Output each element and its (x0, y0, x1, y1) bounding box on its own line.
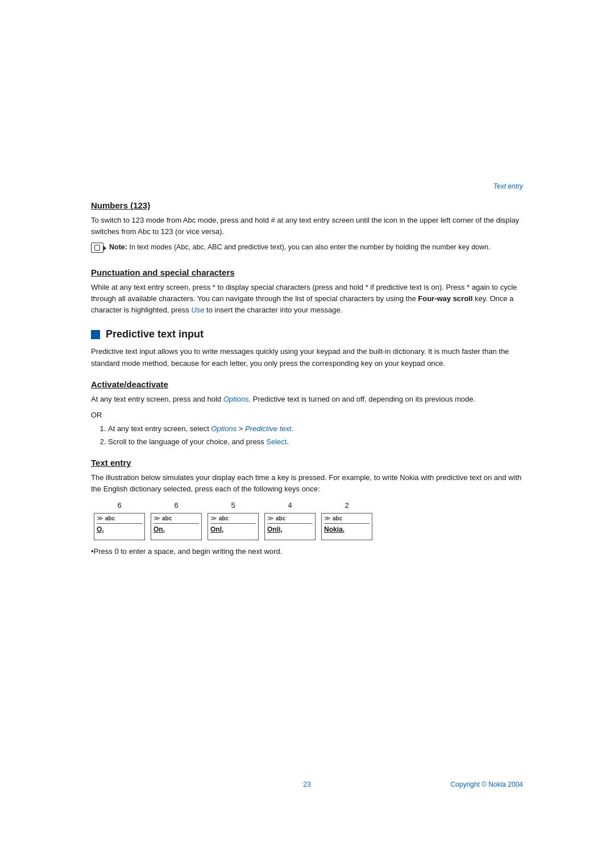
text-entry-body: The illustration below simulates your di… (91, 472, 523, 495)
activate-heading: Activate/deactivate (91, 379, 523, 389)
phone-display-1: ≫ abc O, (94, 513, 145, 540)
bullet-note: •Press 0 to enter a space, and begin wri… (91, 546, 523, 557)
phone-col-num-2: 6 (174, 501, 178, 510)
list-item-1-arrow: > (237, 424, 245, 433)
abc-label-2: abc (162, 515, 172, 521)
list-item-1-end: . (292, 424, 294, 433)
note-box: Note: In text modes (Abc, abc, ABC and p… (91, 242, 523, 257)
abc-label-4: abc (276, 515, 285, 521)
phone-col-num-4: 4 (288, 501, 292, 510)
list-item-1: At any text entry screen, select Options… (108, 423, 523, 435)
abc-label-1: abc (105, 515, 115, 521)
phone-display-top-3: ≫ abc (210, 515, 256, 524)
options-link-2[interactable]: Options (211, 424, 237, 433)
phone-col-1: 6 ≫ abc O, (91, 501, 148, 540)
page: Text entry Numbers (123) To switch to 12… (0, 0, 614, 868)
options-link-1[interactable]: Options (223, 395, 249, 403)
phone-display-5: ≫ abc Nokia, (321, 513, 372, 540)
use-link[interactable]: Use (191, 306, 204, 314)
four-way-scroll: Four-way scroll (418, 294, 472, 303)
section-label: Text entry (493, 182, 523, 190)
predictive-section: Predictive text input Predictive text in… (91, 328, 523, 369)
copyright: Copyright © Nokia 2004 (311, 781, 523, 788)
predictive-body: Predictive text input allows you to writ… (91, 346, 523, 369)
phone-display-4: ≫ abc Onli, (264, 513, 316, 540)
note-icon-inner (94, 245, 100, 251)
phone-display-top-5: ≫ abc (324, 515, 370, 524)
list-item-2-end: . (287, 437, 289, 446)
phone-display-2: ≫ abc On, (151, 513, 202, 540)
section-label-header: Text entry (91, 182, 523, 190)
text-entry-section: Text entry The illustration below simula… (91, 458, 523, 557)
text-entry-heading: Text entry (91, 458, 523, 468)
phone-col-2: 6 ≫ abc On, (148, 501, 205, 540)
punctuation-section: Punctuation and special characters While… (91, 268, 523, 316)
or-text: OR (91, 410, 523, 421)
note-icon (91, 243, 103, 253)
predictive-heading: Predictive text input (91, 328, 523, 340)
phone-col-4: 4 ≫ abc Onli, (262, 501, 318, 540)
activate-body-start: At any text entry screen, press and hold (91, 395, 223, 403)
signal-icon-1: ≫ (97, 515, 103, 522)
list-item-2-start: Scroll to the language of your choice, a… (108, 437, 266, 446)
signal-icon-3: ≫ (210, 515, 217, 522)
phone-display-top-1: ≫ abc (97, 515, 142, 524)
note-text: Note: In text modes (Abc, abc, ABC and p… (109, 242, 491, 253)
numbers-body: To switch to 123 mode from Abc mode, pre… (91, 215, 523, 237)
list-item-2: Scroll to the language of your choice, a… (108, 436, 523, 448)
punctuation-body-end: to insert the character into your messag… (204, 306, 342, 314)
predictive-text-link[interactable]: Predictive text (245, 424, 292, 433)
note-label: Note: (109, 243, 127, 251)
abc-label-5: abc (333, 515, 342, 521)
phone-display-top-2: ≫ abc (154, 515, 199, 524)
page-number: 23 (303, 781, 310, 788)
phone-display-word-5: Nokia, (324, 525, 370, 534)
content-area: Text entry Numbers (123) To switch to 12… (0, 0, 614, 681)
phone-display-word-4: Onli, (267, 525, 313, 534)
numbers-heading: Numbers (123) (91, 201, 523, 210)
activate-body: At any text entry screen, press and hold… (91, 394, 523, 405)
phone-display-word-2: On, (154, 525, 199, 534)
phone-col-num-5: 2 (345, 501, 349, 510)
activate-section: Activate/deactivate At any text entry sc… (91, 379, 523, 448)
select-link[interactable]: Select (266, 437, 287, 446)
phone-col-num-1: 6 (117, 501, 121, 510)
note-body: In text modes (Abc, abc, ABC and predict… (129, 243, 490, 251)
phone-displays: 6 ≫ abc O, 6 ≫ abc (91, 501, 523, 540)
signal-icon-2: ≫ (154, 515, 160, 522)
activate-list: At any text entry screen, select Options… (108, 423, 523, 448)
signal-icon-5: ≫ (324, 515, 331, 522)
list-item-1-start: At any text entry screen, select (108, 424, 211, 433)
abc-label-3: abc (219, 515, 229, 521)
phone-display-top-4: ≫ abc (267, 515, 313, 524)
page-footer: 23 Copyright © Nokia 2004 (0, 781, 614, 788)
phone-display-3: ≫ abc Onl, (208, 513, 259, 540)
phone-display-word-3: Onl, (210, 525, 256, 534)
phone-col-3: 5 ≫ abc Onl, (205, 501, 262, 540)
phone-col-5: 2 ≫ abc Nokia, (318, 501, 375, 540)
signal-icon-4: ≫ (267, 515, 274, 522)
activate-body-mid: . Predictive text is turned on and off, … (249, 395, 476, 403)
punctuation-body: While at any text entry screen, press * … (91, 282, 523, 316)
numbers-section: Numbers (123) To switch to 123 mode from… (91, 201, 523, 257)
blue-square-icon (91, 330, 100, 339)
phone-display-word-1: O, (97, 525, 142, 534)
punctuation-heading: Punctuation and special characters (91, 268, 523, 277)
phone-col-num-3: 5 (231, 501, 235, 510)
predictive-heading-text: Predictive text input (106, 328, 204, 340)
